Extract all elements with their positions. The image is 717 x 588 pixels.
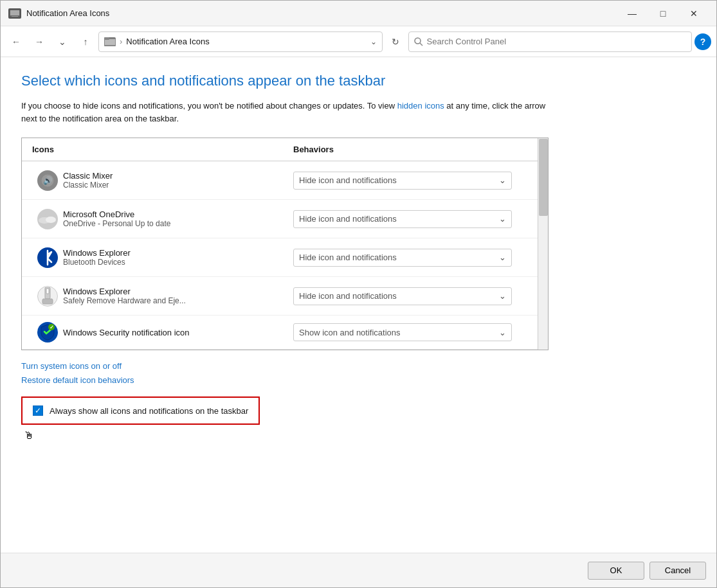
row-subtitle: Classic Mixer <box>63 181 293 190</box>
row-text: Windows Explorer Safely Remove Hardware … <box>63 287 293 305</box>
row-icon-cell: 🔊 <box>32 170 63 191</box>
page-title: Select which icons and notifications app… <box>21 73 696 89</box>
behavior-value-1: Hide icon and notifications <box>299 175 397 185</box>
bluetooth-icon <box>37 247 58 268</box>
dropdown-chevron-4: ⌄ <box>499 291 506 301</box>
dropdown-chevron-1: ⌄ <box>499 175 506 185</box>
behavior-value-2: Hide icon and notifications <box>299 214 397 224</box>
table-header: Icons Behaviors <box>22 138 548 161</box>
forward-button[interactable]: → <box>29 31 50 52</box>
svg-rect-5 <box>104 37 109 40</box>
svg-rect-15 <box>46 289 49 294</box>
behavior-dropdown-3[interactable]: Hide icon and notifications ⌄ <box>293 249 512 267</box>
always-show-label: Always show all icons and notifications … <box>50 406 248 416</box>
behavior-dropdown-2[interactable]: Hide icon and notifications ⌄ <box>293 210 512 228</box>
row-text: Windows Security notification icon <box>63 328 293 337</box>
usb-icon <box>37 286 58 307</box>
table-row: Microsoft OneDrive OneDrive - Personal U… <box>22 200 548 238</box>
svg-point-6 <box>415 38 421 44</box>
row-name: Windows Explorer <box>63 287 293 296</box>
hidden-icons-link[interactable]: hidden icons <box>397 101 444 111</box>
classic-mixer-icon: 🔊 <box>37 170 58 191</box>
scrollbar-thumb <box>539 139 548 216</box>
row-subtitle: OneDrive - Personal Up to date <box>63 219 293 228</box>
restore-defaults-link[interactable]: Restore default icon behaviors <box>21 375 134 385</box>
window-title: Notification Area Icons <box>26 8 617 18</box>
maximize-button[interactable]: □ <box>648 3 678 24</box>
main-window: Notification Area Icons — □ ✕ ← → ⌄ ↑ › … <box>0 0 717 588</box>
svg-rect-4 <box>105 39 115 45</box>
table-row: ✓ Windows Security notification icon Sho… <box>22 316 548 350</box>
scrollbar[interactable] <box>538 138 548 350</box>
search-icon <box>414 37 423 46</box>
ok-button[interactable]: OK <box>588 562 644 580</box>
table-row: Windows Explorer Safely Remove Hardware … <box>22 277 548 316</box>
svg-text:🔊: 🔊 <box>43 175 53 185</box>
svg-rect-14 <box>42 299 53 304</box>
address-bar: ← → ⌄ ↑ › Notification Area Icons ⌄ ↻ <box>1 26 716 57</box>
col-header-icons: Icons <box>32 145 293 154</box>
minimize-button[interactable]: — <box>617 3 647 24</box>
row-text: Classic Mixer Classic Mixer <box>63 171 293 190</box>
svg-text:✓: ✓ <box>50 325 54 330</box>
icons-table: Icons Behaviors 🔊 Classic Mixer Classic … <box>21 138 549 350</box>
help-button[interactable]: ? <box>694 33 711 50</box>
checkbox-checkmark: ✓ <box>35 406 41 415</box>
row-behavior: Hide icon and notifications ⌄ <box>293 287 538 305</box>
back-button[interactable]: ← <box>6 31 26 52</box>
svg-line-7 <box>420 43 422 46</box>
row-behavior: Hide icon and notifications ⌄ <box>293 210 538 228</box>
row-subtitle: Bluetooth Devices <box>63 258 293 267</box>
behavior-dropdown-5[interactable]: Show icon and notifications ⌄ <box>293 323 512 341</box>
search-input[interactable] <box>427 37 687 46</box>
col-header-behaviors: Behaviors <box>293 145 538 154</box>
onedrive-icon <box>37 209 58 229</box>
behavior-value-4: Hide icon and notifications <box>299 291 397 301</box>
row-behavior: Hide icon and notifications ⌄ <box>293 172 538 190</box>
row-name: Microsoft OneDrive <box>63 209 293 219</box>
always-show-checkbox[interactable]: ✓ <box>33 405 43 416</box>
footer: OK Cancel <box>1 553 716 587</box>
row-icon-cell: ✓ <box>32 322 63 343</box>
row-name: Windows Security notification icon <box>63 328 293 337</box>
behavior-value-5: Show icon and notifications <box>299 328 401 337</box>
title-bar: Notification Area Icons — □ ✕ <box>1 1 716 26</box>
dropdown-chevron-5: ⌄ <box>499 328 506 337</box>
up-button[interactable]: ↑ <box>75 31 96 52</box>
table-row: Windows Explorer Bluetooth Devices Hide … <box>22 238 548 277</box>
refresh-button[interactable]: ↻ <box>385 31 406 52</box>
recent-locations-button[interactable]: ⌄ <box>52 31 73 52</box>
behavior-value-3: Hide icon and notifications <box>299 253 397 262</box>
always-show-checkbox-section: ✓ Always show all icons and notification… <box>21 396 260 425</box>
svg-rect-1 <box>10 10 19 15</box>
row-text: Microsoft OneDrive OneDrive - Personal U… <box>63 209 293 228</box>
search-box[interactable] <box>408 31 693 52</box>
behavior-dropdown-4[interactable]: Hide icon and notifications ⌄ <box>293 287 512 305</box>
cancel-button[interactable]: Cancel <box>649 562 706 580</box>
row-icon-cell <box>32 209 63 229</box>
row-icon-cell <box>32 247 63 268</box>
address-dropdown-chevron[interactable]: ⌄ <box>370 37 377 46</box>
table-row: 🔊 Classic Mixer Classic Mixer Hide icon … <box>22 161 548 200</box>
system-icons-link[interactable]: Turn system icons on or off <box>21 361 122 371</box>
dropdown-chevron-2: ⌄ <box>499 214 506 224</box>
close-button[interactable]: ✕ <box>679 3 709 24</box>
row-behavior: Hide icon and notifications ⌄ <box>293 249 538 267</box>
row-icon-cell <box>32 286 63 307</box>
links-section: Turn system icons on or off Restore defa… <box>21 361 696 389</box>
security-icon: ✓ <box>37 322 58 343</box>
row-text: Windows Explorer Bluetooth Devices <box>63 248 293 267</box>
svg-point-12 <box>46 217 56 223</box>
behavior-dropdown-1[interactable]: Hide icon and notifications ⌄ <box>293 172 512 190</box>
path-label: Notification Area Icons <box>126 37 209 46</box>
mouse-cursor: 🖱 <box>24 430 34 441</box>
content-area: Select which icons and notifications app… <box>1 57 716 553</box>
row-name: Windows Explorer <box>63 248 293 258</box>
path-icon <box>104 37 116 46</box>
address-separator: › <box>120 37 122 46</box>
row-behavior: Show icon and notifications ⌄ <box>293 323 538 341</box>
app-icon <box>8 8 21 19</box>
address-path[interactable]: › Notification Area Icons ⌄ <box>98 31 383 52</box>
svg-rect-2 <box>12 16 18 17</box>
dropdown-chevron-3: ⌄ <box>499 253 506 262</box>
